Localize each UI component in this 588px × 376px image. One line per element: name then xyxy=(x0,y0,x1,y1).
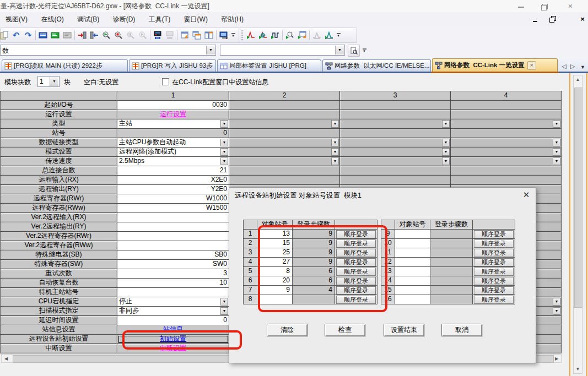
dropdown-cell[interactable]: 主站CPU参数自动起动▼ xyxy=(117,138,229,148)
resume-monitor-icon[interactable] xyxy=(137,29,149,41)
dock-window-icon[interactable] xyxy=(179,29,191,41)
menu-window[interactable]: 窗口(W) xyxy=(179,12,213,24)
dropdown-arrow-icon[interactable]: ▼ xyxy=(442,120,450,128)
dropdown-arrow-icon[interactable]: ▼ xyxy=(331,120,339,128)
station-number-cell[interactable] xyxy=(395,248,430,258)
station-number-cell[interactable] xyxy=(395,295,430,304)
dropdown-arrow-icon[interactable]: ▼ xyxy=(553,139,560,146)
menu-debug[interactable]: 调试(B) xyxy=(72,12,105,24)
toolbar-overflow-icon[interactable]: ▼ xyxy=(335,29,342,41)
tab-local-label-settings[interactable]: 局部标签设置 JISHU [PRG] xyxy=(217,59,321,72)
sequence-register-button[interactable]: 顺序登录 xyxy=(474,286,514,295)
mdi-restore-button[interactable] xyxy=(547,14,559,24)
tab-prg-read-main[interactable]: [PRG]读取 MAIN (只读) 2922步 xyxy=(2,59,128,72)
cascade-window-icon[interactable] xyxy=(191,29,203,41)
dropdown-arrow-icon[interactable]: ▼ xyxy=(220,120,228,128)
chevron-down-icon[interactable]: ▼ xyxy=(206,46,215,55)
scroll-right-icon[interactable]: ▶ xyxy=(553,356,560,361)
dropdown-arrow-icon[interactable]: ▼ xyxy=(553,157,560,165)
sampling-trace-icon[interactable] xyxy=(245,29,257,41)
module-count-select[interactable]: 1 ▼ xyxy=(37,76,60,87)
tab-list-icon[interactable]: ▼ xyxy=(580,64,585,70)
sequence-register-button[interactable]: 顺序登录 xyxy=(474,239,514,248)
wave-display-icon[interactable] xyxy=(323,29,335,41)
device-comment-icon[interactable] xyxy=(49,29,61,41)
dropdown-arrow-icon[interactable]: ▼ xyxy=(442,148,450,156)
value-cell[interactable] xyxy=(117,288,229,297)
clear-button[interactable]: 清除 xyxy=(267,324,308,336)
station-number-cell[interactable] xyxy=(395,286,430,295)
value-cell[interactable]: W1500 xyxy=(117,204,229,213)
cancel-button[interactable]: 取消 xyxy=(441,324,482,336)
dropdown-arrow-icon[interactable]: ▼ xyxy=(331,148,339,156)
value-cell[interactable]: 21 xyxy=(117,166,229,176)
trace-execute-icon[interactable] xyxy=(269,29,281,41)
page-search-button[interactable] xyxy=(348,45,360,57)
remote-operation-icon[interactable] xyxy=(218,29,230,41)
setting-end-button[interactable]: 设置结束 xyxy=(384,324,424,336)
scroll-left-icon[interactable]: ◀ xyxy=(2,356,10,361)
device-verify-icon[interactable] xyxy=(61,29,73,41)
menu-diagnostics[interactable]: 诊断(D) xyxy=(107,12,141,24)
device-monitor-icon[interactable] xyxy=(152,29,164,41)
toolbar-overflow-icon[interactable]: ▼ xyxy=(361,45,368,57)
value-cell[interactable]: SW0 xyxy=(117,260,229,269)
vertical-scrollbar-thumb[interactable] xyxy=(574,88,582,308)
value-cell[interactable] xyxy=(117,222,229,232)
tile-window-icon[interactable] xyxy=(203,29,215,41)
dropdown-arrow-icon[interactable]: ▼ xyxy=(553,307,560,315)
station-number-cell[interactable] xyxy=(395,276,430,286)
write-to-plc-icon[interactable] xyxy=(76,29,88,41)
value-cell[interactable]: 10 xyxy=(117,279,229,288)
dropdown-arrow-icon[interactable]: ▼ xyxy=(331,157,339,165)
wave-disabled-icon[interactable] xyxy=(311,29,323,41)
dropdown-arrow-icon[interactable]: ▼ xyxy=(331,139,339,146)
value-cell[interactable] xyxy=(117,241,229,250)
sequence-register-button[interactable]: 顺序登录 xyxy=(474,268,514,276)
dropdown-cell[interactable]: 停止▼ xyxy=(117,297,229,307)
station-number-cell[interactable] xyxy=(395,239,430,248)
dropdown-arrow-icon[interactable]: ▼ xyxy=(220,139,228,146)
value-cell[interactable]: X2E0 xyxy=(117,176,229,185)
sequence-register-button[interactable]: 顺序登录 xyxy=(474,249,514,257)
link-cell[interactable]: 运行设置 xyxy=(117,110,229,119)
station-number-cell[interactable] xyxy=(395,267,430,276)
dropdown-arrow-icon[interactable]: ▼ xyxy=(220,157,228,165)
dropdown-arrow-icon[interactable]: ▼ xyxy=(442,139,450,146)
dropdown-arrow-icon[interactable]: ▼ xyxy=(220,148,228,156)
tab-network-parameter-cclink[interactable]: 网络参数 CC-Link 一览设置 × xyxy=(432,58,558,72)
value-cell[interactable]: SB0 xyxy=(117,250,229,260)
device-memory-icon[interactable] xyxy=(37,29,49,41)
dropdown-arrow-icon[interactable]: ▼ xyxy=(442,157,450,165)
restore-button[interactable] xyxy=(536,0,554,12)
tab-prg-write-jishu[interactable]: [PRG]R 写入 JISHU 93步 xyxy=(129,59,216,72)
dropdown-cell[interactable]: 非同步▼ xyxy=(117,307,229,316)
pause-monitor-icon[interactable] xyxy=(125,29,137,41)
settings-link[interactable]: 运行设置 xyxy=(160,110,186,118)
value-cell[interactable]: 3 xyxy=(117,269,229,279)
device-batch-monitor-icon[interactable] xyxy=(164,29,176,41)
menu-help[interactable]: 帮助(H) xyxy=(215,12,249,24)
menu-online[interactable]: 在线(O) xyxy=(35,12,69,24)
mdi-minimize-button[interactable] xyxy=(529,14,541,24)
value-cell[interactable]: Y2E0 xyxy=(117,185,229,194)
dropdown-cell[interactable]: 2.5Mbps▼ xyxy=(117,157,229,166)
sequence-register-button[interactable]: 顺序登录 xyxy=(474,296,514,304)
check-button[interactable]: 检查 xyxy=(325,324,365,336)
trace-write-icon[interactable] xyxy=(296,29,308,41)
dropdown-arrow-icon[interactable]: ▼ xyxy=(553,148,560,156)
dropdown-arrow-icon[interactable]: ▼ xyxy=(220,298,228,306)
paste-icon[interactable] xyxy=(0,29,10,41)
tab-scroll-right-icon[interactable]: ▷ xyxy=(570,63,575,70)
minimize-button[interactable] xyxy=(511,0,530,12)
sequence-register-button[interactable]: 顺序登录 xyxy=(474,277,514,285)
station-number-cell[interactable] xyxy=(395,258,430,267)
data-selector-combo[interactable]: 数 ▼ xyxy=(0,45,216,56)
chevron-down-icon[interactable]: ▼ xyxy=(50,77,58,86)
sequence-register-button[interactable]: 顺序登录 xyxy=(474,230,514,238)
dropdown-cell[interactable]: 远程网络(添加模式)▼ xyxy=(117,148,229,157)
redo-icon[interactable]: ↷ xyxy=(22,29,34,41)
start-monitor-icon[interactable] xyxy=(100,29,112,41)
menu-view[interactable]: 视图(V) xyxy=(0,12,33,24)
close-button[interactable]: × xyxy=(561,0,580,12)
